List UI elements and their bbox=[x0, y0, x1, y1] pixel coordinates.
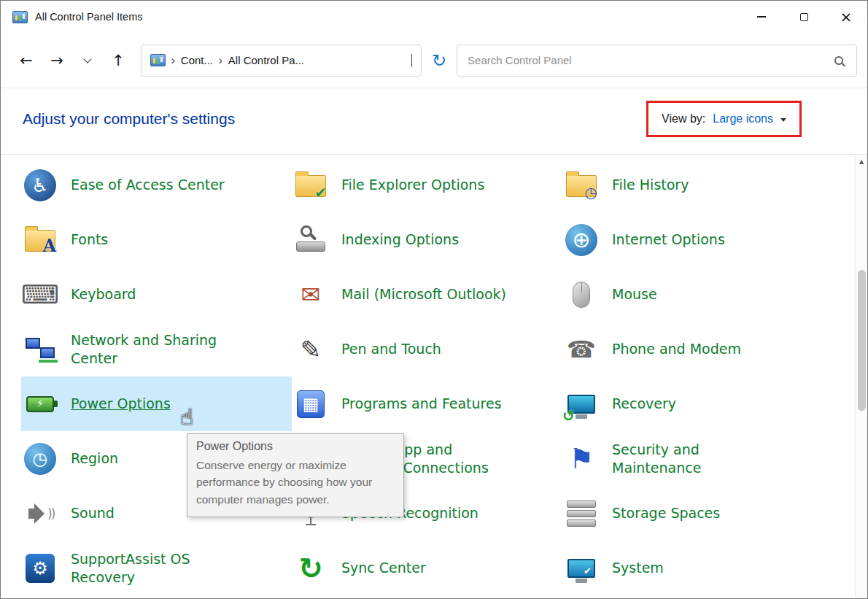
control-panel-item[interactable]: ◷ File History bbox=[562, 158, 833, 212]
item-label[interactable]: Internet Options bbox=[612, 231, 725, 249]
search-input[interactable] bbox=[468, 54, 834, 66]
control-panel-item[interactable]: ▦ Programs and Features bbox=[292, 376, 562, 431]
region-icon: ◷ bbox=[23, 441, 58, 476]
control-panel-item[interactable]: Network and Sharing Center bbox=[21, 322, 292, 376]
control-panel-item[interactable]: ⌨ Keyboard bbox=[21, 267, 292, 322]
pen-touch-icon: ✎ bbox=[293, 332, 328, 367]
item-label[interactable]: Recovery bbox=[612, 395, 676, 413]
storage-spaces-icon bbox=[564, 496, 599, 531]
item-label[interactable]: Fonts bbox=[71, 231, 108, 249]
breadcrumb[interactable]: ›Cont...›All Control Pa... bbox=[141, 45, 422, 77]
system-icon: ✔ bbox=[564, 551, 599, 586]
recent-locations-button[interactable] bbox=[72, 46, 103, 75]
maximize-button[interactable] bbox=[783, 1, 825, 33]
item-label[interactable]: Network and Sharing Center bbox=[71, 331, 240, 367]
item-label[interactable]: Mail (Microsoft Outlook) bbox=[341, 285, 506, 304]
item-label[interactable]: File History bbox=[612, 176, 689, 194]
mail-icon: ✉ bbox=[293, 277, 328, 312]
search-icon[interactable] bbox=[834, 56, 843, 65]
back-arrow-icon: ← bbox=[20, 52, 33, 69]
control-panel-item[interactable]: ✔ System bbox=[562, 541, 833, 595]
control-panel-item[interactable]: ⚡ Power Options bbox=[21, 376, 292, 431]
control-panel-item[interactable]: Mouse bbox=[562, 267, 833, 322]
window-title: All Control Panel Items bbox=[35, 11, 142, 23]
control-panel-item[interactable]: ⊕ Internet Options bbox=[562, 212, 833, 267]
item-label[interactable]: File Explorer Options bbox=[341, 176, 484, 194]
back-button[interactable]: ← bbox=[11, 46, 42, 75]
control-panel-icon bbox=[150, 54, 166, 66]
control-panel-item[interactable]: A Fonts bbox=[21, 212, 292, 267]
item-label[interactable]: System bbox=[612, 559, 664, 577]
breadcrumb-segments: ›Cont...›All Control Pa... bbox=[171, 53, 304, 68]
scroll-up-arrow-icon[interactable]: ▲ bbox=[856, 155, 867, 168]
breadcrumb-segment[interactable]: All Control Pa... bbox=[228, 54, 304, 66]
chevron-down-icon[interactable] bbox=[780, 118, 786, 122]
hand-pointer-icon: ☝ bbox=[180, 404, 193, 430]
control-panel-item[interactable]: Indexing Options bbox=[292, 212, 562, 267]
control-panel-item[interactable]: ↺ Recovery bbox=[562, 376, 833, 431]
close-button[interactable]: × bbox=[825, 1, 867, 33]
item-label[interactable]: Phone and Modem bbox=[612, 340, 741, 358]
view-by-label: View by: bbox=[662, 112, 705, 125]
control-panel-item[interactable]: ☎ Phone and Modem bbox=[562, 322, 833, 376]
network-sharing-icon bbox=[23, 332, 58, 367]
tooltip: Power Options Conserve energy or maximiz… bbox=[187, 433, 404, 517]
forward-arrow-icon: → bbox=[50, 52, 63, 69]
control-panel-icon bbox=[12, 11, 28, 23]
chevron-down-icon bbox=[83, 55, 91, 63]
control-panel-item[interactable]: ⚑ Security and Maintenance bbox=[562, 431, 833, 486]
maximize-icon bbox=[800, 13, 808, 21]
tooltip-title: Power Options bbox=[196, 440, 395, 453]
item-label[interactable]: Region bbox=[71, 449, 118, 468]
breadcrumb-separator-icon: › bbox=[218, 53, 223, 68]
forward-button[interactable]: → bbox=[42, 46, 72, 75]
view-by-dropdown[interactable]: Large icons bbox=[713, 112, 773, 125]
item-label[interactable]: SupportAssist OS Recovery bbox=[71, 550, 240, 586]
control-panel-item[interactable]: ♿ Ease of Access Center bbox=[21, 158, 292, 212]
item-label[interactable]: Power Options bbox=[71, 395, 171, 413]
file-explorer-options-icon: ✔ bbox=[293, 168, 328, 203]
annotation-highlight-box: View by: Large icons bbox=[646, 101, 802, 137]
control-panel-items-grid: ♿ Ease of Access Center ✔ File Explorer … bbox=[1, 155, 855, 595]
scrollbar-thumb[interactable] bbox=[858, 270, 866, 411]
chevron-down-icon bbox=[411, 54, 412, 67]
recovery-icon: ↺ bbox=[564, 387, 599, 422]
item-label[interactable]: Sound bbox=[71, 504, 115, 522]
control-panel-item[interactable]: ✉ Mail (Microsoft Outlook) bbox=[292, 267, 562, 322]
control-panel-item[interactable]: Storage Spaces bbox=[562, 486, 833, 541]
control-panel-item[interactable]: ✎ Pen and Touch bbox=[292, 322, 562, 376]
breadcrumb-separator-icon: › bbox=[171, 53, 176, 68]
breadcrumb-segment[interactable]: Cont... bbox=[181, 54, 213, 66]
fonts-icon: A bbox=[23, 223, 58, 258]
up-button[interactable]: ↑ bbox=[103, 46, 133, 75]
item-label[interactable]: Security and Maintenance bbox=[612, 441, 781, 476]
items-area: ♿ Ease of Access Center ✔ File Explorer … bbox=[1, 155, 867, 599]
close-icon: × bbox=[840, 9, 853, 24]
item-label[interactable]: Storage Spaces bbox=[612, 504, 720, 522]
navigation-toolbar: ← → ↑ ›Cont...›All Control Pa... ↻ bbox=[1, 33, 867, 88]
search-box[interactable] bbox=[457, 45, 857, 77]
supportassist-icon: ⚙ bbox=[23, 551, 58, 586]
item-label[interactable]: Indexing Options bbox=[341, 231, 459, 249]
mouse-icon bbox=[564, 277, 599, 312]
scrollbar[interactable]: ▲ bbox=[855, 155, 867, 599]
minimize-icon bbox=[757, 16, 766, 18]
refresh-button[interactable]: ↻ bbox=[432, 50, 446, 71]
item-label[interactable]: Programs and Features bbox=[341, 395, 502, 413]
page-header: Adjust your computer's settings View by:… bbox=[1, 88, 867, 155]
security-maintenance-icon: ⚑ bbox=[564, 441, 599, 476]
ease-of-access-icon: ♿ bbox=[23, 168, 58, 203]
item-label[interactable]: Ease of Access Center bbox=[71, 176, 225, 194]
address-dropdown-button[interactable] bbox=[411, 54, 412, 67]
control-panel-item[interactable]: ✔ File Explorer Options bbox=[292, 158, 562, 212]
item-label[interactable]: Pen and Touch bbox=[341, 340, 441, 358]
control-panel-window: All Control Panel Items × ← → ↑ ›Cont...… bbox=[0, 0, 868, 599]
item-label[interactable]: Sync Center bbox=[341, 559, 426, 577]
minimize-button[interactable] bbox=[740, 1, 783, 33]
refresh-icon: ↻ bbox=[432, 50, 446, 71]
item-label[interactable]: Mouse bbox=[612, 285, 657, 304]
phone-modem-icon: ☎ bbox=[564, 332, 599, 367]
control-panel-item[interactable]: ↻ Sync Center bbox=[292, 541, 562, 595]
item-label[interactable]: Keyboard bbox=[71, 285, 136, 304]
control-panel-item[interactable]: ⚙ SupportAssist OS Recovery bbox=[21, 541, 292, 595]
